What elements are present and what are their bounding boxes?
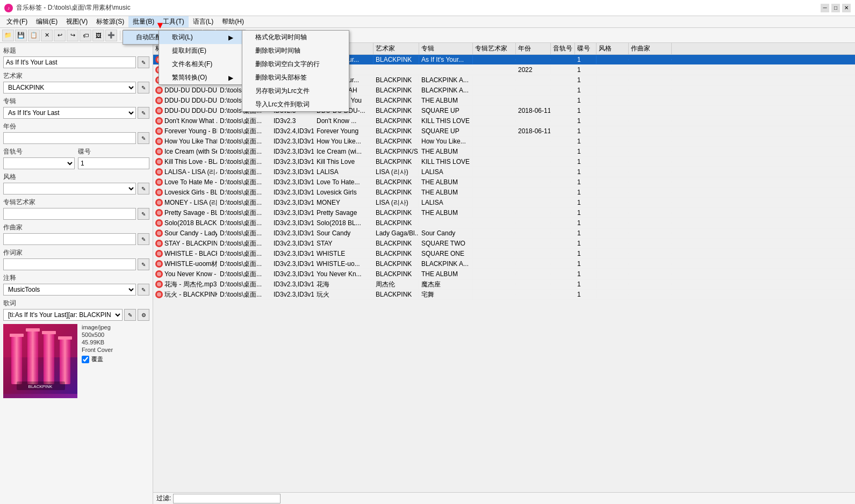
lyrics-submenu-save-lrc[interactable]: 另存歌词为Lrc文件: [242, 84, 349, 98]
tools-filename-label: 文件名相关(F): [172, 60, 212, 69]
tools-lyrics-arrow-icon: ▶: [228, 34, 233, 41]
tools-menu-popup: 歌词(L) ▶ 提取封面(E) 文件名相关(F) 繁简转换(O) ▶: [159, 30, 245, 85]
tools-lyrics-label: 歌词(L): [172, 33, 193, 42]
lyrics-submenu-delete-timeline[interactable]: 删除歌词时间轴: [242, 44, 349, 57]
lyrics-submenu-import-lrc[interactable]: 导入Lrc文件到歌词: [242, 98, 349, 111]
tools-menu-lyrics[interactable]: 歌词(L) ▶: [159, 31, 244, 44]
lyrics-submenu: 格式化歌词时间轴 删除歌词时间轴 删除歌词空白文字的行 删除歌词头部标签 另存歌…: [242, 30, 349, 112]
tools-menu-extract-cover[interactable]: 提取封面(E): [159, 44, 244, 57]
red-arrow-indicator: ▼: [155, 20, 165, 31]
tools-menu-convert[interactable]: 繁简转换(O) ▶: [159, 71, 244, 84]
tools-extract-cover-label: 提取封面(E): [172, 46, 206, 55]
lyrics-submenu-format-timeline[interactable]: 格式化歌词时间轴: [242, 31, 349, 44]
tools-convert-label: 繁简转换(O): [172, 73, 207, 82]
lyrics-submenu-delete-header[interactable]: 删除歌词头部标签: [242, 71, 349, 84]
tools-convert-arrow-icon: ▶: [228, 74, 233, 82]
lyrics-submenu-delete-blank[interactable]: 删除歌词空白文字的行: [242, 57, 349, 71]
dropdown-overlay[interactable]: [0, 0, 855, 504]
tools-menu-filename[interactable]: 文件名相关(F): [159, 57, 244, 71]
